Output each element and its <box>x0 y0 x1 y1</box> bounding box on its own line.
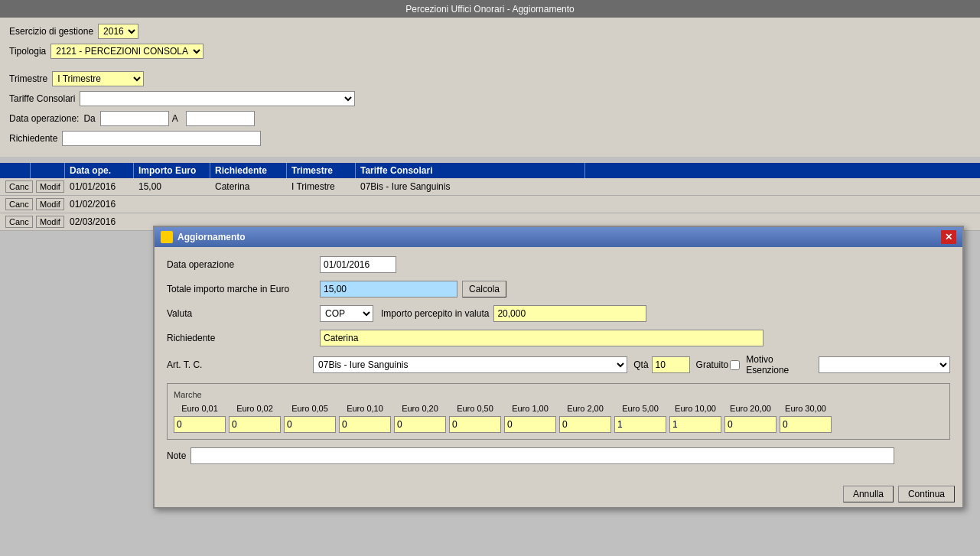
marche-label-2000: Euro 20,00 <box>724 404 777 413</box>
dialog-title-text: Aggiornamento <box>161 231 246 243</box>
data-ope-cell-3: 02/03/2016 <box>65 215 134 229</box>
dialog-close-button[interactable]: ✕ <box>941 230 956 244</box>
marche-input-3000[interactable] <box>780 416 832 433</box>
dialog-richiedente-label: Richiedente <box>167 333 320 343</box>
marche-labels-row: Euro 0,01 Euro 0,02 Euro 0,05 Euro 0,10 … <box>174 404 943 413</box>
importo-cell-3 <box>134 220 210 223</box>
richiedente-row: Richiedente <box>9 131 971 146</box>
table-area: Data ope. Importo Euro Richiedente Trime… <box>0 163 980 231</box>
dialog-motivo-esenzione-select[interactable] <box>819 356 950 373</box>
dialog-art-tc-row: Art. T. C. 07Bis - Iure Sanguinis Qtà Gr… <box>167 354 950 376</box>
dialog-body: Data operazione Totale importo marche in… <box>155 247 962 481</box>
dialog-data-operazione-input[interactable] <box>320 256 396 273</box>
col-header-richiedente: Richiedente <box>210 163 287 178</box>
data-operazione-to-input[interactable] <box>186 111 255 126</box>
dialog-gratuito-label: Gratuito <box>696 359 729 370</box>
marche-input-1000[interactable] <box>669 416 721 433</box>
dialog-richiedente-input[interactable] <box>320 330 763 346</box>
marche-inputs-row <box>174 416 943 433</box>
trimestre-cell-3 <box>287 220 356 223</box>
marche-label-500: Euro 5,00 <box>614 404 666 413</box>
marche-label-100: Euro 1,00 <box>504 404 556 413</box>
modif-button-1[interactable]: Modif <box>36 180 64 193</box>
marche-input-020[interactable] <box>394 416 446 433</box>
esercizio-select[interactable]: 2016 <box>98 24 138 39</box>
tariffe-cell-3 <box>356 220 585 223</box>
calcola-button[interactable]: Calcola <box>462 281 506 298</box>
marche-input-100[interactable] <box>504 416 556 433</box>
marche-input-005[interactable] <box>284 416 336 433</box>
importo-cell-2 <box>134 203 210 206</box>
tariffe-cell-2 <box>356 203 585 206</box>
canc-button-1[interactable]: Canc <box>5 180 33 193</box>
marche-input-500[interactable] <box>614 416 666 433</box>
dialog-art-tc-label: Art. T. C. <box>167 359 313 370</box>
canc-cell-2: Canc <box>0 196 31 213</box>
data-operazione-from-input[interactable] <box>100 111 169 126</box>
dialog-valuta-select[interactable]: COP <box>320 305 373 322</box>
marche-legend: Marche <box>174 390 943 399</box>
modif-button-3[interactable]: Modif <box>36 216 64 228</box>
marche-input-200[interactable] <box>559 416 611 433</box>
esercizio-label: Esercizio di gestione <box>9 26 93 37</box>
data-operazione-from-label: Data operazione: <box>9 113 79 124</box>
modif-button-2[interactable]: Modif <box>36 198 64 210</box>
tipologia-label: Tipologia <box>9 46 46 57</box>
trimestre-cell-1: I Trimestre <box>287 180 356 193</box>
dialog-totale-label: Totale importo marche in Euro <box>167 284 320 294</box>
richiedente-input[interactable] <box>62 131 261 146</box>
col-header-tariffe-consolari: Tariffe Consolari <box>356 163 585 178</box>
dialog-gratuito-checkbox[interactable] <box>730 360 740 370</box>
tariffe-cell-1: 07Bis - Iure Sanguinis <box>356 180 585 193</box>
trimestre-cell-2 <box>287 203 356 206</box>
tipologia-select[interactable]: 2121 - PERCEZIONI CONSOLARI <box>50 44 203 59</box>
dialog-richiedente-row: Richiedente <box>167 330 950 346</box>
marche-input-002[interactable] <box>229 416 281 433</box>
col-header-blank2 <box>31 163 65 178</box>
canc-button-2[interactable]: Canc <box>5 198 33 210</box>
title-text: Percezioni Uffici Onorari - Aggiornament… <box>405 4 575 15</box>
esercizio-row: Esercizio di gestione 2016 <box>9 24 971 39</box>
tipologia-row: Tipologia 2121 - PERCEZIONI CONSOLARI <box>9 44 971 59</box>
marche-input-050[interactable] <box>449 416 501 433</box>
dialog-title-label: Aggiornamento <box>177 232 246 242</box>
richiedente-cell-2 <box>210 203 287 206</box>
marche-input-001[interactable] <box>174 416 226 433</box>
col-header-blank1 <box>0 163 31 178</box>
richiedente-label: Richiedente <box>9 133 57 144</box>
dialog-note-label: Note <box>167 450 186 461</box>
marche-label-1000: Euro 10,00 <box>669 404 721 413</box>
dialog-note-row: Note <box>167 447 950 464</box>
data-a-label: A <box>172 113 178 124</box>
dialog-note-input[interactable] <box>190 447 894 464</box>
title-bar: Percezioni Uffici Onorari - Aggiornament… <box>0 0 980 18</box>
dialog-importo-percepito-input[interactable] <box>493 305 646 322</box>
richiedente-cell-1: Caterina <box>210 180 287 193</box>
table-row: Canc Modif 01/01/2016 15,00 Caterina I T… <box>0 178 980 196</box>
marche-input-010[interactable] <box>339 416 391 433</box>
marche-label-005: Euro 0,05 <box>284 404 336 413</box>
tariffe-consolari-select[interactable] <box>80 91 355 106</box>
data-ope-cell-2: 01/02/2016 <box>65 197 134 211</box>
tariffe-consolari-label: Tariffe Consolari <box>9 93 75 104</box>
dialog-qta-input[interactable] <box>652 356 690 373</box>
dialog-valuta-label: Valuta <box>167 308 320 319</box>
trimestre-label: Trimestre <box>9 73 47 84</box>
marche-label-002: Euro 0,02 <box>229 404 281 413</box>
trimestre-select[interactable]: I Trimestre <box>52 71 144 86</box>
dialog-art-tc-select[interactable]: 07Bis - Iure Sanguinis <box>313 356 627 373</box>
annulla-button[interactable]: Annulla <box>843 486 894 502</box>
importo-cell-1: 15,00 <box>134 180 210 193</box>
continua-button[interactable]: Continua <box>898 486 955 502</box>
dialog-data-operazione-row: Data operazione <box>167 256 950 273</box>
canc-button-3[interactable]: Canc <box>5 216 33 228</box>
marche-label-001: Euro 0,01 <box>174 404 226 413</box>
dialog-totale-input[interactable] <box>320 281 457 298</box>
marche-input-2000[interactable] <box>724 416 777 433</box>
dialog-app-icon <box>161 231 173 243</box>
main-form: Esercizio di gestione 2016 Tipologia 212… <box>0 18 980 157</box>
dialog-qta-label: Qtà <box>633 359 648 370</box>
col-header-data-ope: Data ope. <box>65 163 134 178</box>
canc-cell-1: Canc <box>0 178 31 195</box>
marche-label-050: Euro 0,50 <box>449 404 501 413</box>
